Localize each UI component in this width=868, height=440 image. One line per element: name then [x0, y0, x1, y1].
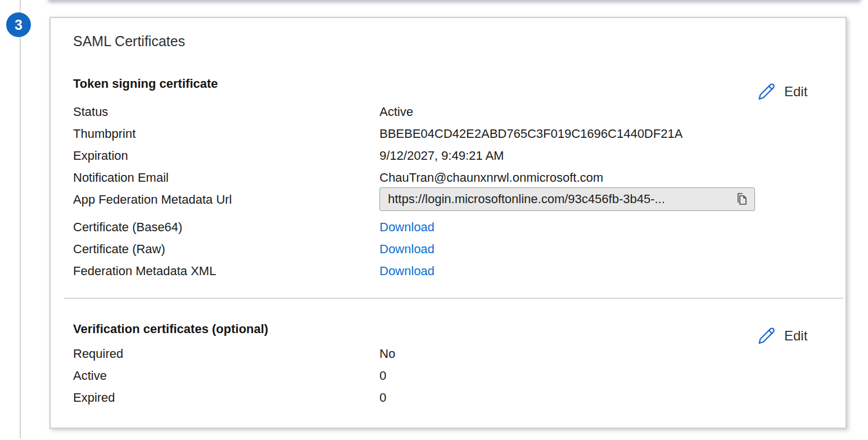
certificate-base64-download-link[interactable]: Download	[379, 219, 435, 235]
thumbprint-label: Thumbprint	[73, 126, 135, 141]
status-value: Active	[379, 104, 413, 119]
copy-url-button[interactable]	[734, 191, 748, 208]
token-signing-edit-button[interactable]: Edit	[757, 79, 868, 105]
card-title: SAML Certificates	[73, 33, 185, 50]
app-federation-metadata-url-label: App Federation Metadata Url	[73, 192, 232, 207]
federation-metadata-xml-download-link[interactable]: Download	[379, 263, 435, 279]
status-label: Status	[73, 104, 108, 119]
certificate-raw-download-link[interactable]: Download	[379, 241, 435, 257]
verification-certificates-heading: Verification certificates (optional)	[73, 321, 268, 336]
active-count-value: 0	[379, 368, 386, 383]
edit-button-label: Edit	[784, 328, 807, 344]
thumbprint-value: BBEBE04CD42E2ABD765C3F019C1696C1440DF21A	[379, 126, 682, 141]
expiration-value: 9/12/2027, 9:49:21 AM	[379, 148, 504, 163]
pencil-icon	[757, 80, 776, 104]
app-federation-metadata-url-value: https://login.microsoftonline.com/93c456…	[388, 192, 730, 206]
token-signing-heading: Token signing certificate	[73, 76, 218, 91]
saml-certificates-card: SAML Certificates Token signing certific…	[49, 17, 847, 429]
previous-step-card-edge	[48, 0, 861, 1]
required-value: No	[379, 346, 395, 361]
verification-certificates-edit-button[interactable]: Edit	[757, 323, 868, 349]
expiration-label: Expiration	[73, 148, 128, 163]
timeline-connector-line	[20, 0, 21, 438]
app-federation-metadata-url-field[interactable]: https://login.microsoftonline.com/93c456…	[379, 187, 755, 211]
pencil-icon	[757, 325, 776, 348]
certificate-base64-label: Certificate (Base64)	[73, 219, 182, 235]
step-number-badge: 3	[6, 12, 31, 37]
expired-count-value: 0	[379, 390, 386, 405]
copy-icon	[734, 191, 748, 208]
active-count-label: Active	[73, 368, 107, 383]
notification-email-label: Notification Email	[73, 170, 169, 185]
federation-metadata-xml-label: Federation Metadata XML	[73, 263, 216, 279]
edit-button-label: Edit	[784, 84, 807, 100]
certificate-raw-label: Certificate (Raw)	[73, 241, 165, 257]
step-number: 3	[15, 17, 22, 33]
required-label: Required	[73, 346, 123, 361]
section-divider	[64, 298, 843, 299]
expired-count-label: Expired	[73, 390, 115, 405]
notification-email-value: ChauTran@chaunxnrwl.onmicrosoft.com	[379, 170, 603, 185]
